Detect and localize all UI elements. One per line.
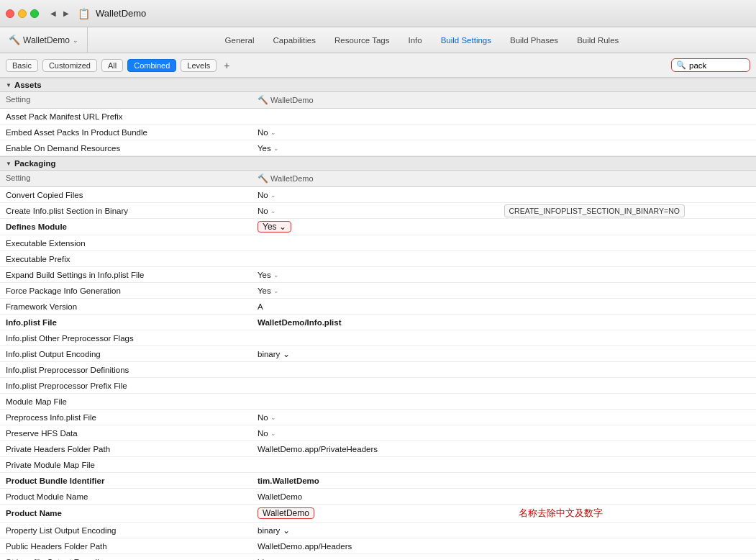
setting-name: Public Headers Folder Path bbox=[6, 542, 258, 551]
table-row: Info.plist Other Preprocessor Flags bbox=[0, 330, 756, 346]
setting-value: binary ⌄ bbox=[258, 557, 504, 561]
table-row: Preprocess Info.plist File No ⌄ bbox=[0, 410, 756, 425]
setting-name: Info.plist File bbox=[6, 318, 258, 327]
table-row: Asset Pack Manifest URL Prefix bbox=[0, 109, 756, 125]
maximize-button[interactable] bbox=[30, 9, 39, 18]
setting-name: Product Name bbox=[6, 509, 258, 518]
setting-name: Info.plist Other Preprocessor Flags bbox=[6, 334, 258, 343]
setting-name: Strings file Output Encoding bbox=[6, 558, 258, 561]
table-row: Info.plist Output Encoding binary ⌄ bbox=[0, 346, 756, 362]
table-row: Product Bundle Identifier tim.WalletDemo bbox=[0, 473, 756, 489]
customized-filter-button[interactable]: Customized bbox=[42, 59, 97, 72]
project-title: WalletDemo bbox=[96, 8, 146, 19]
setting-value-cell: No ⌄ bbox=[258, 207, 504, 215]
setting-name: Defines Module bbox=[6, 222, 258, 231]
setting-name: Private Module Map File bbox=[6, 461, 258, 469]
table-row: Private Headers Folder Path WalletDemo.a… bbox=[0, 441, 756, 457]
col-target: 🔨 WalletDemo bbox=[258, 94, 504, 106]
nav-arrows: ◀ ▶ bbox=[47, 8, 72, 19]
table-row: Product Name WalletDemo 名称去除中文及数字 bbox=[0, 505, 756, 523]
setting-value-cell: Yes ⌄ bbox=[258, 286, 504, 295]
col-header-packaging: Setting 🔨 WalletDemo bbox=[0, 171, 756, 187]
setting-name: Force Package Info Generation bbox=[6, 286, 258, 295]
table-row: Info.plist Preprocessor Prefix File bbox=[0, 378, 756, 394]
section-header-assets[interactable]: ▼ Assets bbox=[0, 78, 756, 92]
setting-name: Framework Version bbox=[6, 302, 258, 311]
setting-name: Convert Copied Files bbox=[6, 191, 258, 199]
setting-value: binary ⌄ bbox=[258, 349, 504, 359]
setting-value-cell: Yes ⌄ bbox=[258, 271, 504, 279]
close-button[interactable] bbox=[6, 9, 14, 18]
tab-build-phases[interactable]: Build Phases bbox=[501, 33, 567, 48]
search-icon: 🔍 bbox=[676, 60, 686, 70]
setting-value: A bbox=[258, 302, 504, 311]
tab-build-rules[interactable]: Build Rules bbox=[568, 33, 627, 48]
setting-value-cell: Yes ⌄ bbox=[258, 221, 504, 232]
table-row: Product Module Name WalletDemo bbox=[0, 489, 756, 505]
combined-filter-button[interactable]: Combined bbox=[127, 59, 176, 72]
add-filter-button[interactable]: + bbox=[224, 60, 229, 71]
search-input[interactable] bbox=[689, 61, 747, 70]
project-name: WalletDemo bbox=[23, 35, 70, 45]
triangle-icon: ▼ bbox=[6, 161, 12, 167]
setting-name: Product Bundle Identifier bbox=[6, 477, 258, 485]
search-box: 🔍 bbox=[671, 58, 750, 72]
setting-name: Property List Output Encoding bbox=[6, 526, 258, 535]
table-row: Defines Module Yes ⌄ bbox=[0, 219, 756, 235]
tab-build-settings[interactable]: Build Settings bbox=[432, 33, 500, 48]
setting-value-cell: No ⌄ bbox=[258, 191, 504, 199]
triangle-icon: ▼ bbox=[6, 82, 12, 89]
table-row: Preserve HFS Data No ⌄ bbox=[0, 425, 756, 441]
window-controls bbox=[6, 9, 39, 18]
setting-value: binary ⌄ bbox=[258, 525, 504, 536]
col-header-assets: Setting 🔨 WalletDemo bbox=[0, 92, 756, 109]
minimize-button[interactable] bbox=[18, 9, 27, 18]
levels-filter-button[interactable]: Levels bbox=[181, 59, 217, 72]
chevron-down-icon: ⌄ bbox=[73, 37, 78, 44]
tab-info[interactable]: Info bbox=[399, 33, 430, 48]
forward-arrow[interactable]: ▶ bbox=[60, 8, 72, 19]
table-row: Info.plist File WalletDemo/Info.plist bbox=[0, 315, 756, 330]
file-icon: 📋 bbox=[78, 8, 90, 19]
tab-resource-tags[interactable]: Resource Tags bbox=[326, 33, 399, 48]
setting-value: No ⌄ bbox=[258, 191, 504, 199]
setting-name: Info.plist Preprocessor Definitions bbox=[6, 366, 258, 374]
table-row: Framework Version A bbox=[0, 299, 756, 315]
tab-general[interactable]: General bbox=[217, 33, 263, 48]
setting-value: No ⌄ bbox=[258, 429, 504, 438]
table-row: Executable Extension bbox=[0, 235, 756, 251]
table-row: Force Package Info Generation Yes ⌄ bbox=[0, 283, 756, 299]
project-selector[interactable]: 🔨 WalletDemo ⌄ bbox=[0, 27, 88, 53]
setting-extra: 名称去除中文及数字 bbox=[504, 507, 751, 520]
table-row: Property List Output Encoding binary ⌄ bbox=[0, 523, 756, 538]
setting-name: Product Module Name bbox=[6, 492, 258, 501]
setting-value: tim.WalletDemo bbox=[258, 477, 504, 485]
basic-filter-button[interactable]: Basic bbox=[6, 59, 38, 72]
setting-value: No ⌄ bbox=[258, 128, 504, 137]
setting-value: WalletDemo.app/PrivateHeaders bbox=[258, 445, 504, 453]
col-setting: Setting bbox=[6, 173, 258, 184]
setting-value-cell: No ⌄ bbox=[258, 429, 504, 438]
setting-name: Executable Extension bbox=[6, 239, 258, 248]
table-row: Executable Prefix bbox=[0, 251, 756, 267]
setting-value-cell: Yes ⌄ bbox=[258, 144, 504, 153]
table-row: Enable On Demand Resources Yes ⌄ bbox=[0, 140, 756, 156]
setting-name: Module Map File bbox=[6, 397, 258, 406]
tab-capabilities[interactable]: Capabilities bbox=[265, 33, 324, 48]
setting-value-cell: tim.WalletDemo bbox=[258, 477, 504, 485]
section-header-packaging[interactable]: ▼ Packaging bbox=[0, 156, 756, 171]
setting-value: Yes ⌄ bbox=[258, 286, 504, 295]
back-arrow[interactable]: ◀ bbox=[47, 8, 59, 19]
col-target: 🔨 WalletDemo bbox=[258, 173, 504, 184]
main-tabs: GeneralCapabilitiesResource TagsInfoBuil… bbox=[88, 33, 756, 48]
setting-value-cell: A bbox=[258, 302, 504, 311]
setting-value-cell: WalletDemo.app/Headers bbox=[258, 542, 504, 551]
setting-name: Private Headers Folder Path bbox=[6, 445, 258, 453]
all-filter-button[interactable]: All bbox=[101, 59, 123, 72]
table-row: Embed Asset Packs In Product Bundle No ⌄ bbox=[0, 125, 756, 140]
setting-value-cell: No ⌄ bbox=[258, 413, 504, 422]
content-area: ▼ AssetsSetting 🔨 WalletDemo Asset Pack … bbox=[0, 78, 756, 560]
table-row: Public Headers Folder Path WalletDemo.ap… bbox=[0, 538, 756, 554]
setting-value-cell: WalletDemo bbox=[258, 492, 504, 501]
setting-name: Enable On Demand Resources bbox=[6, 144, 258, 153]
